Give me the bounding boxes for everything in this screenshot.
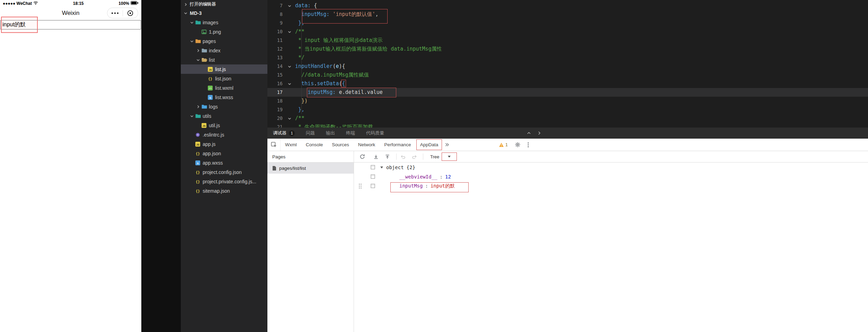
- code-line-19[interactable]: 19 },: [267, 105, 868, 114]
- edit-value-icon[interactable]: [371, 174, 375, 179]
- tree-item[interactable]: MD-3: [181, 9, 267, 18]
- code-line-11[interactable]: 11 * input 输入框将值同步data演示: [267, 36, 868, 45]
- kebab-menu-icon[interactable]: [528, 142, 529, 148]
- chevron-right-icon[interactable]: [184, 2, 189, 7]
- edit-value-icon[interactable]: [371, 184, 375, 188]
- line-number[interactable]: 9: [267, 19, 284, 27]
- tree-item[interactable]: 1.png: [181, 27, 267, 36]
- line-number[interactable]: 7: [267, 1, 284, 10]
- chevron-down-icon[interactable]: [190, 39, 195, 43]
- chevron-right-icon[interactable]: [196, 105, 202, 109]
- devtools-tab-sources[interactable]: Sources: [327, 139, 354, 151]
- code-line-12[interactable]: 12 * 当input输入框后的值将新值赋值给 data.inputMsg属性: [267, 45, 868, 53]
- fold-chevron-icon[interactable]: [284, 62, 295, 71]
- pages-list-item[interactable]: pages/list/list: [267, 163, 354, 174]
- tree-item[interactable]: <>list.wxml: [181, 83, 267, 93]
- tree-item[interactable]: {}sitemap.json: [181, 186, 267, 195]
- line-number[interactable]: 13: [267, 53, 284, 62]
- edit-value-icon[interactable]: [371, 165, 375, 169]
- tree-item[interactable]: Slist.wxss: [181, 93, 267, 102]
- code-line-8[interactable]: 8 inputMsg: 'input的默认值',: [267, 10, 868, 19]
- debugbar-tab-问题[interactable]: 问题: [300, 128, 320, 139]
- expander-icon[interactable]: [380, 166, 383, 169]
- tree-item[interactable]: pages: [181, 36, 267, 46]
- line-number[interactable]: 17: [267, 88, 284, 97]
- collapse-panel-icon[interactable]: [526, 131, 531, 136]
- code-line-14[interactable]: 14inputHandler(e){: [267, 62, 868, 71]
- tree-item-label: images: [202, 20, 218, 25]
- tree-item[interactable]: utils: [181, 111, 267, 121]
- devtools-tab-wxml[interactable]: Wxml: [281, 139, 301, 151]
- appdata-row[interactable]: __webviewId__:12: [354, 172, 868, 181]
- code-line-13[interactable]: 13 */: [267, 53, 868, 62]
- devtools-tab-performance[interactable]: Performance: [380, 139, 415, 151]
- line-number[interactable]: 19: [267, 105, 284, 114]
- tree-mode-dropdown[interactable]: [442, 153, 457, 160]
- line-number[interactable]: 20: [267, 114, 284, 123]
- tree-item[interactable]: images: [181, 18, 267, 27]
- chevron-right-icon[interactable]: [196, 49, 202, 53]
- tree-item[interactable]: 打开的编辑器: [181, 0, 267, 9]
- chevron-down-icon[interactable]: [184, 11, 189, 15]
- panel-chevron-right-icon[interactable]: [537, 131, 542, 136]
- line-number[interactable]: 8: [267, 10, 284, 19]
- debugbar-tab-代码质量[interactable]: 代码质量: [361, 128, 390, 139]
- code-line-10[interactable]: 10/**: [267, 27, 868, 36]
- code-line-15[interactable]: 15 //data.inputMsg属性赋值: [267, 71, 868, 79]
- tree-item[interactable]: {}app.json: [181, 149, 267, 158]
- tree-item[interactable]: logs: [181, 102, 267, 111]
- code-line-18[interactable]: 18 }): [267, 97, 868, 105]
- code-line-16[interactable]: 16 this.setData({: [267, 79, 868, 88]
- line-number[interactable]: 15: [267, 71, 284, 79]
- devtools-tab-network[interactable]: Network: [354, 139, 380, 151]
- appdata-row[interactable]: inputMsg:input的默: [354, 181, 868, 191]
- code-editor[interactable]: 7data: {8 inputMsg: 'input的默认值',9 },10/*…: [267, 0, 868, 128]
- chevron-down-icon[interactable]: [190, 20, 195, 25]
- settings-gear-icon[interactable]: [515, 142, 521, 148]
- code-line-9[interactable]: 9 },: [267, 19, 868, 27]
- fold-chevron-icon[interactable]: [284, 27, 295, 36]
- code-line-7[interactable]: 7data: {: [267, 1, 868, 10]
- refresh-icon[interactable]: [360, 154, 365, 159]
- devtools-tab-appdata[interactable]: AppData: [416, 139, 443, 151]
- expand-all-icon[interactable]: [373, 154, 379, 159]
- tree-item[interactable]: JSlist.js: [181, 64, 267, 74]
- code-line-21[interactable]: 21 * 生命周期函数--监听页面加载: [267, 123, 868, 128]
- tree-item[interactable]: {}project.config.json: [181, 167, 267, 177]
- line-number[interactable]: 21: [267, 123, 284, 128]
- demo-input-field[interactable]: [0, 20, 141, 29]
- warnings-indicator[interactable]: 1: [499, 142, 508, 147]
- line-number[interactable]: 12: [267, 45, 284, 53]
- tree-item[interactable]: JSutil.js: [181, 121, 267, 130]
- inspect-element-icon[interactable]: [267, 139, 281, 151]
- appdata-row[interactable]: object{2}: [354, 163, 868, 172]
- tree-item[interactable]: {}list.json: [181, 74, 267, 83]
- debugbar-tab-终端[interactable]: 终端: [340, 128, 361, 139]
- fold-chevron-icon[interactable]: [284, 1, 295, 10]
- line-number[interactable]: 11: [267, 36, 284, 45]
- collapse-all-icon[interactable]: [385, 154, 390, 159]
- chevron-down-icon[interactable]: [190, 114, 195, 118]
- debugbar-tab-调试器[interactable]: 调试器1: [267, 128, 300, 139]
- debugbar-tab-输出[interactable]: 输出: [320, 128, 340, 139]
- code-line-17[interactable]: 17 inputMsg: e.detail.value: [267, 88, 868, 97]
- line-number[interactable]: 14: [267, 62, 284, 71]
- tree-item[interactable]: JSapp.js: [181, 139, 267, 149]
- fold-chevron-icon[interactable]: [284, 114, 295, 123]
- line-number[interactable]: 18: [267, 97, 284, 105]
- line-number[interactable]: 10: [267, 27, 284, 36]
- tree-item[interactable]: .eslintrc.js: [181, 130, 267, 139]
- tree-item[interactable]: Sapp.wxss: [181, 158, 267, 167]
- drag-handle-icon[interactable]: [358, 183, 362, 189]
- devtools-tab-console[interactable]: Console: [301, 139, 328, 151]
- chevron-down-icon[interactable]: [196, 58, 202, 62]
- tree-item[interactable]: index: [181, 46, 267, 55]
- tree-item[interactable]: {}project.private.config.js...: [181, 177, 267, 186]
- tree-item[interactable]: list: [181, 55, 267, 64]
- line-number[interactable]: 16: [267, 79, 284, 88]
- more-menu-button[interactable]: [107, 8, 123, 18]
- code-line-20[interactable]: 20/**: [267, 114, 868, 123]
- close-miniprogram-button[interactable]: [123, 8, 138, 18]
- more-tabs-icon[interactable]: [443, 142, 451, 147]
- fold-chevron-icon[interactable]: [284, 79, 295, 88]
